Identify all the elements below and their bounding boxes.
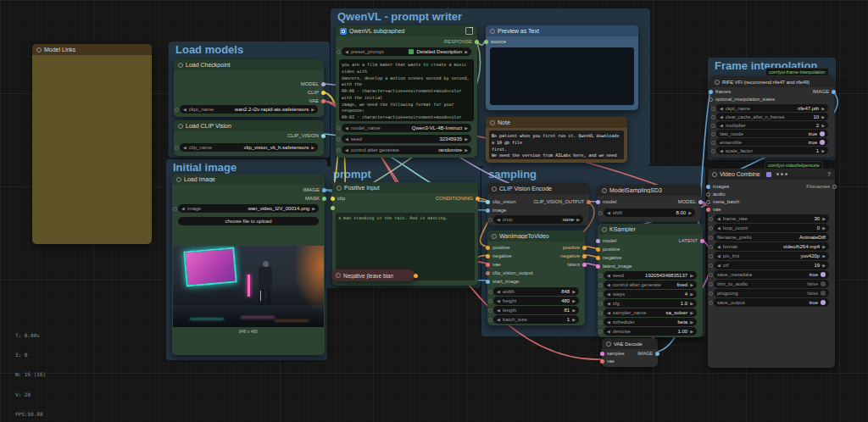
node-wan-image-to-video[interactable]: WanImageToVideo positive positive negati… [487, 230, 585, 325]
note-text[interactable]: Be patient when you first run it. QwenVL… [489, 130, 624, 159]
pin-icons[interactable] [776, 173, 787, 175]
node-header[interactable]: VAE Decode [602, 338, 658, 349]
increment-arrow-icon[interactable] [570, 317, 576, 322]
widget-width[interactable]: width 848 [493, 287, 579, 296]
node-header[interactable]: QwenVL subgraphed [336, 25, 477, 36]
conditioning-port-icon[interactable] [414, 274, 418, 278]
increment-arrow-icon[interactable] [687, 282, 693, 287]
image-port-icon[interactable] [709, 90, 713, 94]
output-slot-mask[interactable]: MASK [305, 195, 324, 202]
conditioning-port-icon[interactable] [486, 246, 490, 250]
upload-button[interactable]: choose file to upload [178, 217, 319, 225]
comfyui-canvas[interactable]: Load models QwenVL - prompt writer Initi… [0, 0, 868, 422]
node-vae-decode[interactable]: VAE Decode samples IMAGE vae [602, 338, 658, 367]
decrement-arrow-icon[interactable] [497, 217, 503, 222]
input-slot-model[interactable]: model [598, 237, 616, 244]
increment-arrow-icon[interactable] [687, 329, 693, 334]
filenames-port-icon[interactable] [832, 185, 837, 189]
increment-arrow-icon[interactable] [309, 107, 314, 112]
increment-arrow-icon[interactable] [819, 106, 825, 111]
collapse-dot-icon[interactable] [492, 234, 497, 239]
decrement-arrow-icon[interactable] [607, 301, 613, 306]
increment-arrow-icon[interactable] [820, 225, 826, 230]
toggle-knob-icon[interactable] [820, 131, 825, 136]
text-port-icon[interactable] [331, 206, 335, 210]
collapse-dot-icon[interactable] [715, 80, 720, 85]
widget-clear-cache-after-n-frames[interactable]: clear_cache_after_n_frames 10 [716, 113, 828, 120]
increment-arrow-icon[interactable] [819, 114, 825, 119]
collapse-dot-icon[interactable] [337, 186, 342, 191]
collapse-dot-icon[interactable] [176, 177, 181, 182]
conditioning-port-icon[interactable] [582, 254, 587, 258]
decrement-arrow-icon[interactable] [607, 292, 613, 297]
collapse-dot-icon[interactable] [602, 227, 607, 232]
output-slot-conditioning[interactable]: CONDITIONING [436, 195, 477, 202]
input-slot-negative[interactable]: negative [488, 253, 512, 259]
widget-steps[interactable]: steps 4 [604, 290, 697, 298]
collapse-dot-icon[interactable] [178, 124, 183, 129]
collapse-dot-icon[interactable] [490, 29, 495, 34]
model-port-icon[interactable] [698, 200, 703, 204]
image-port-icon[interactable] [706, 185, 710, 189]
widget-crop[interactable]: crop none [493, 215, 583, 224]
decrement-arrow-icon[interactable] [181, 206, 187, 211]
widget-clip-name[interactable]: clip_name clip_vision_vit_h.safetensors [180, 143, 318, 152]
node-header[interactable]: RIFE VFI (recommend rife47 and rife49) [710, 76, 834, 87]
vae-port-icon[interactable] [486, 263, 490, 267]
output-slot-latent[interactable]: LATENT [678, 237, 702, 244]
image-port-icon[interactable] [486, 208, 490, 213]
image-port-icon[interactable] [655, 352, 659, 356]
widget-length[interactable]: length 81 [493, 306, 579, 314]
input-slot-model[interactable]: model [598, 198, 616, 205]
decrement-arrow-icon[interactable] [717, 263, 723, 268]
input-slot-frames[interactable]: frames [711, 88, 731, 95]
node-header[interactable]: Preview as Text [486, 25, 638, 36]
vae-port-icon[interactable] [321, 99, 326, 103]
input-slot-clip-vision-output[interactable]: clip_vision_output [488, 269, 533, 276]
node-header[interactable]: KSampler [598, 224, 703, 235]
decrement-arrow-icon[interactable] [720, 106, 726, 111]
collapse-dot-icon[interactable] [492, 186, 497, 192]
toggle-save-output[interactable]: save_output true [714, 298, 829, 307]
clip-port-icon[interactable] [331, 197, 335, 201]
widget-control-after-generate[interactable]: control after generate randomize [342, 146, 471, 154]
toggle-save-metadata[interactable]: save_metadata true [714, 270, 829, 279]
widget-loop-count[interactable]: loop_count 0 [714, 224, 829, 232]
decrement-arrow-icon[interactable] [720, 148, 726, 153]
increment-arrow-icon[interactable] [687, 292, 693, 297]
decrement-arrow-icon[interactable] [717, 244, 723, 249]
decrement-arrow-icon[interactable] [607, 273, 613, 278]
increment-arrow-icon[interactable] [309, 145, 314, 150]
input-slot-clip-vision[interactable]: clip_vision [488, 198, 516, 205]
conditioning-port-icon[interactable] [486, 254, 490, 258]
input-slot-negative[interactable]: negative [598, 254, 622, 261]
node-header[interactable]: WanImageToVideo [487, 230, 585, 242]
input-slot-image[interactable]: image [488, 207, 506, 214]
widget-preset-prompt[interactable]: preset_prompt Detailed Description [342, 47, 471, 56]
toggle-knob-icon[interactable] [821, 300, 826, 305]
latent-port-icon[interactable] [596, 264, 600, 269]
latent-port-icon[interactable] [582, 263, 587, 267]
widget-pix-fmt[interactable]: pix_fmt yuv420p [714, 252, 829, 260]
input-slot-clip[interactable]: clip [333, 195, 345, 202]
increment-arrow-icon[interactable] [570, 289, 576, 294]
node-note[interactable]: Note Be patient when you first run it. Q… [486, 117, 627, 163]
decrement-arrow-icon[interactable] [717, 216, 723, 221]
clip-vision-output-port-icon[interactable] [587, 200, 591, 204]
vae-port-icon[interactable] [706, 208, 710, 212]
input-slot-latent-image[interactable]: latent_image [598, 263, 632, 269]
latent-port-icon[interactable] [700, 239, 704, 243]
input-slot-images[interactable]: images [709, 183, 729, 190]
widget-model-name[interactable]: model_name Qwen3-VL-4B-Instruct [342, 124, 471, 132]
conditioning-port-icon[interactable] [596, 247, 600, 252]
toggle-ensemble[interactable]: ensemble true [716, 138, 828, 146]
clip-vision-port-icon[interactable] [486, 200, 490, 204]
node-header[interactable]: Load CLIP Vision [174, 120, 324, 131]
output-slot-vae[interactable]: VAE [309, 97, 323, 104]
node-negative-collapsed[interactable]: Negative (leave blan [331, 269, 415, 281]
decrement-arrow-icon[interactable] [183, 145, 189, 150]
conditioning-port-icon[interactable] [476, 197, 480, 201]
output-slot-clip-vision-output[interactable]: CLIP_VISION_OUTPUT [533, 198, 588, 205]
input-slot-vae[interactable]: vae [709, 206, 721, 213]
latent-port-icon[interactable] [600, 352, 604, 356]
